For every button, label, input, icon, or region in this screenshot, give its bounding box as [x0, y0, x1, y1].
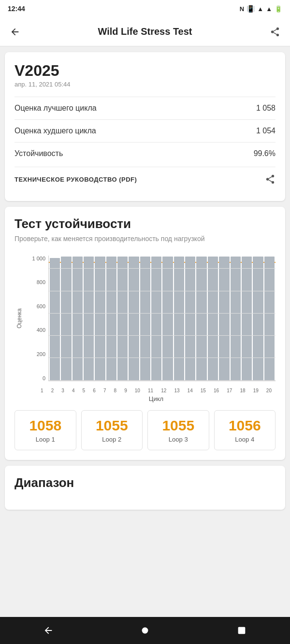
x-tick-2: 2 [51, 388, 54, 393]
bar-10 [151, 257, 161, 380]
nav-recent-icon [236, 625, 247, 636]
grid-line-400 [49, 335, 276, 336]
status-time: 12:44 [8, 5, 25, 13]
chart-plot: 0 200 400 600 800 1 000 [26, 256, 276, 381]
loop-card-1: 1058Loop 1 [14, 410, 76, 450]
x-tick-3: 3 [61, 388, 64, 393]
x-tick-19: 19 [253, 388, 259, 393]
worst-cycle-value: 1 054 [256, 127, 276, 135]
bar-4 [84, 257, 94, 380]
y-tick-400: 400 [26, 327, 45, 333]
grid-line-200 [49, 358, 276, 358]
best-cycle-value: 1 058 [256, 104, 276, 113]
x-tick-16: 16 [214, 388, 219, 393]
loop-score-4: 1056 [218, 417, 272, 434]
y-tick-200: 200 [26, 351, 45, 357]
x-tick-18: 18 [240, 388, 245, 393]
chart-subtitle: Проверьте, как меняется производительнос… [14, 234, 276, 244]
bar-1 [50, 258, 60, 381]
chart-inner: 0 200 400 600 800 1 000 [26, 256, 276, 381]
loop-cards: 1058Loop 11055Loop 21055Loop 31056Loop 4 [14, 410, 276, 450]
nav-back-icon [43, 625, 54, 636]
bars-container [49, 256, 276, 381]
grid-line-800 [49, 291, 276, 291]
share-button[interactable] [266, 23, 284, 41]
range-title: Диапазон [14, 475, 276, 490]
bar-19 [253, 257, 263, 380]
pdf-share-icon [265, 174, 276, 185]
x-tick-4: 4 [72, 388, 75, 393]
bar-16 [219, 257, 229, 380]
status-bar: 12:44 N 📳 ▲ ▲ 🔋 [0, 0, 290, 17]
x-tick-13: 13 [174, 388, 179, 393]
x-axis: 1234567891011121314151617181920 [14, 386, 276, 393]
loop-label-1: Loop 1 [19, 436, 72, 443]
n-icon: N [240, 5, 244, 13]
worst-cycle-row: Оценка худшего цикла 1 054 [14, 119, 276, 142]
pdf-row[interactable]: ТЕХНИЧЕСКОЕ РУКОВОДСТВО (PDF) [14, 167, 276, 191]
nav-recent-button[interactable] [232, 620, 252, 641]
bar-6 [106, 257, 116, 380]
nav-back-button[interactable] [38, 620, 58, 641]
x-tick-10: 10 [135, 388, 140, 393]
loop-card-3: 1055Loop 3 [147, 410, 209, 450]
grid-line-600 [49, 313, 276, 314]
x-axis-label: Цикл [14, 395, 276, 402]
bar-14 [196, 257, 206, 380]
bar-7 [117, 257, 128, 380]
chart-title: Тест устойчивости [14, 216, 276, 231]
page-title: Wild Life Stress Test [24, 26, 266, 37]
range-card: Диапазон [5, 466, 285, 510]
bar-15 [208, 257, 218, 380]
wifi-icon: ▲ [257, 5, 263, 13]
top-bar: Wild Life Stress Test [0, 17, 290, 46]
x-tick-15: 15 [201, 388, 206, 393]
best-cycle-label: Оценка лучшего цикла [14, 104, 97, 113]
loop-label-4: Loop 4 [218, 436, 272, 443]
x-tick-5: 5 [83, 388, 86, 393]
chart-grid-bars [48, 256, 276, 381]
y-tick-600: 600 [26, 303, 45, 309]
worst-cycle-label: Оценка худшего цикла [14, 127, 96, 135]
date-label: апр. 11, 2021 05:44 [14, 81, 276, 88]
back-button[interactable] [6, 23, 24, 41]
best-cycle-row: Оценка лучшего цикла 1 058 [14, 97, 276, 119]
stability-value: 99.6% [254, 149, 276, 158]
back-icon [10, 27, 20, 37]
chart-area: Оценка 0 200 400 600 800 1 000 [14, 256, 276, 381]
loop-label-2: Loop 2 [86, 436, 139, 443]
y-tick-0: 0 [26, 375, 45, 381]
grid-line-0 [49, 380, 276, 381]
y-ticks: 0 200 400 600 800 1 000 [26, 256, 48, 381]
svg-point-0 [142, 628, 148, 634]
pdf-label: ТЕХНИЧЕСКОЕ РУКОВОДСТВО (PDF) [14, 176, 137, 183]
nav-home-button[interactable] [135, 620, 155, 641]
x-tick-12: 12 [161, 388, 166, 393]
loop-score-3: 1055 [152, 417, 205, 434]
loop-card-2: 1055Loop 2 [81, 410, 143, 450]
x-tick-8: 8 [114, 388, 117, 393]
stability-label: Устойчивость [14, 149, 63, 158]
vibrate-icon: 📳 [246, 5, 255, 13]
share-icon [270, 27, 280, 37]
info-card: V2025 апр. 11, 2021 05:44 Оценка лучшего… [5, 52, 285, 201]
bar-12 [174, 257, 184, 380]
grid-line-1000 [49, 268, 276, 269]
signal-icon: ▲ [266, 5, 272, 13]
y-axis-label: Оценка [16, 308, 23, 329]
bar-11 [162, 257, 173, 380]
y-tick-800: 800 [26, 279, 45, 285]
x-tick-11: 11 [148, 388, 153, 393]
x-tick-6: 6 [93, 388, 96, 393]
x-tick-17: 17 [227, 388, 232, 393]
loop-label-3: Loop 3 [152, 436, 205, 443]
version-label: V2025 [14, 62, 276, 80]
status-icons: N 📳 ▲ ▲ 🔋 [240, 5, 282, 13]
loop-score-1: 1058 [19, 417, 72, 434]
bar-3 [72, 257, 83, 380]
nav-home-icon [140, 625, 150, 636]
x-ticks: 1234567891011121314151617181920 [37, 386, 276, 393]
loop-card-4: 1056Loop 4 [214, 410, 276, 450]
x-tick-20: 20 [266, 388, 272, 393]
chart-card: Тест устойчивости Проверьте, как меняетс… [5, 207, 285, 460]
